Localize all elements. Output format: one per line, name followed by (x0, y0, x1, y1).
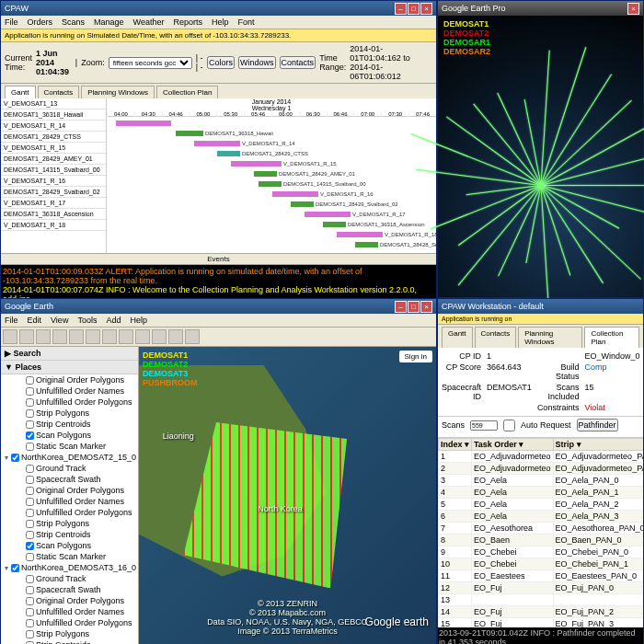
table-row[interactable]: 2EO_AdjuvadormeteoEO_Adjuvadormeteo_PAN_… (439, 463, 644, 475)
menu-orders[interactable]: Orders (28, 17, 53, 27)
table-row[interactable]: 1EO_AdjuvadormeteoEO_Adjuvadormeteo_PAN_… (439, 451, 644, 463)
tab-planning-windows[interactable]: Planning Windows (518, 327, 582, 348)
cpaww-log[interactable]: 2013-09-21T09:01.042Z INFO : Pathfinder … (438, 627, 643, 644)
tree-node[interactable]: Unfulfilled Order Polygons (1, 507, 138, 518)
gantt-bar[interactable] (116, 121, 171, 126)
tab-gantt[interactable]: Gantt (5, 86, 36, 98)
gantt-chart[interactable]: January 2014 Wednesday 1 04:0004:3004:46… (107, 98, 436, 253)
tree-node[interactable]: Scan Polygons (1, 540, 138, 551)
menu-reports[interactable]: Reports (173, 17, 202, 27)
tree-checkbox[interactable] (11, 564, 19, 572)
tree-checkbox[interactable] (26, 608, 34, 616)
gantt-bar[interactable]: DEMOSAT1_28428_Seychelles_02 (355, 242, 378, 247)
menu-help[interactable]: Help (212, 17, 229, 27)
table-row[interactable]: 14EO_FujEO_Fuj_PAN_2377Available2011-09-… (439, 606, 644, 618)
gantt-row[interactable]: V_DEMOSAT1_R_18 (1, 220, 106, 231)
scans-input[interactable] (470, 420, 498, 431)
table-row[interactable]: 15EO_FujEO_Fuj_PAN_3372Available2011-09-… (439, 618, 644, 628)
gantt-bar[interactable]: DEMOSAT1_36318_Hawaii (176, 131, 203, 136)
table-row[interactable]: 5EO_AelaEO_Aela_PAN_2392Available2011-09… (439, 499, 644, 511)
tree-checkbox[interactable] (26, 487, 34, 495)
close-icon[interactable]: × (420, 301, 432, 313)
tree-node[interactable]: Strip Centroids (1, 419, 138, 430)
tab-gantt[interactable]: Gantt (442, 327, 473, 348)
tree-node[interactable]: Unfulfilled Order Names (1, 385, 138, 397)
signin-button[interactable]: Sign in (399, 351, 432, 362)
windows-button[interactable]: Windows (238, 56, 276, 69)
tree-node[interactable]: Ground Track (1, 573, 138, 584)
tree-checkbox[interactable] (26, 509, 34, 517)
gantt-bar[interactable]: DEMOSAT1_28429_CTSS (217, 151, 240, 156)
gantt-bar[interactable]: V_DEMOSAT1_R_14 (194, 141, 240, 146)
search-header[interactable]: ▶ Search (1, 347, 138, 361)
tree-checkbox[interactable] (26, 641, 34, 645)
table-row[interactable]: 7EO_AesothoreaEO_Aesothorea_PAN_0387Avai… (439, 523, 644, 535)
tree-checkbox[interactable] (26, 575, 34, 583)
gantt-bar[interactable]: DEMOSAT1_28429_AMEY_01 (254, 171, 277, 177)
table-row[interactable]: 8EO_BaenEO_Baen_PAN_0216Available2011-09… (439, 535, 644, 546)
tree-node[interactable]: Unfulfilled Order Names (1, 496, 138, 507)
gantt-row[interactable]: DEMOSAT1_28429_Svalbard_02 (1, 187, 106, 198)
menu-weather[interactable]: Weather (133, 17, 165, 27)
tree-checkbox[interactable] (26, 586, 34, 594)
cpaww-titlebar[interactable]: CPAW Workstation - default (438, 299, 643, 314)
tree-checkbox[interactable] (26, 520, 34, 528)
close-icon[interactable]: × (420, 3, 432, 15)
tree-node[interactable]: Spacecraft Swath (1, 474, 138, 485)
tree-checkbox[interactable] (26, 630, 34, 638)
menu-tools[interactable]: Tools (77, 316, 97, 325)
tree-node[interactable]: Unfulfilled Order Polygons (1, 397, 138, 408)
menu-view[interactable]: View (51, 316, 68, 325)
places-header[interactable]: ▼ Places (1, 361, 138, 374)
tree-node[interactable]: Strip Polygons (1, 518, 138, 529)
menu-edit[interactable]: Edit (28, 316, 42, 325)
tree-checkbox[interactable] (26, 542, 34, 550)
toolbar-button[interactable] (52, 329, 67, 344)
gantt-bar[interactable]: V_DEMOSAT1_R_18 (337, 232, 383, 237)
toolbar-button[interactable] (185, 329, 200, 344)
toolbar-button[interactable] (19, 329, 34, 344)
tab-collection-plan[interactable]: Collection Plan (156, 86, 218, 98)
colors-button[interactable]: Colors (207, 56, 235, 69)
menu-scans[interactable]: Scans (62, 17, 85, 27)
gantt-row[interactable]: DEMOSAT1_14315_Svalbard_00 (1, 165, 106, 176)
tree-node[interactable]: ▾NorthKorea_DEMOSAT2_15_0 (1, 452, 138, 463)
tree-checkbox[interactable] (26, 398, 34, 407)
tree-checkbox[interactable] (26, 553, 34, 561)
maximize-icon[interactable]: □ (408, 3, 420, 15)
contacts-button[interactable]: Contacts (280, 56, 316, 69)
tree-checkbox[interactable] (26, 409, 34, 418)
toolbar-button[interactable] (3, 329, 17, 344)
tree-node[interactable]: Original Order Polygons (1, 595, 138, 606)
tree-node[interactable]: Scan Polygons (1, 430, 138, 441)
tree-node[interactable]: Unfulfilled Order Polygons (1, 617, 138, 628)
tree-node[interactable]: Original Order Polygons (1, 485, 138, 496)
gantt-row[interactable]: DEMOSAT1_28429_AMEY_01 (1, 154, 106, 165)
menu-add[interactable]: Add (106, 316, 121, 325)
tree-checkbox[interactable] (26, 619, 34, 627)
tree-checkbox[interactable] (26, 498, 34, 506)
tree-checkbox[interactable] (26, 431, 34, 440)
close-icon[interactable]: × (627, 3, 639, 15)
gantt-row[interactable]: V_DEMOSAT1_R_16 (1, 176, 106, 187)
tree-node[interactable]: Static Scan Marker (1, 551, 138, 562)
tree-node[interactable]: Strip Polygons (1, 628, 138, 639)
toolbar-button[interactable] (102, 329, 117, 344)
tree-node[interactable]: Strip Centroids (1, 639, 138, 644)
tree-checkbox[interactable] (11, 454, 19, 462)
table-row[interactable]: 3EO_AelaEO_Aela_PAN_0382Available2011-09… (439, 475, 644, 487)
gep-globe-view[interactable]: DEMOSAT1DEMOSAT2DEMOSAR1DEMOSAR2 (438, 16, 643, 297)
column-header[interactable]: Index ▾ (439, 439, 472, 451)
gantt-row[interactable]: V_DEMOSAT1_13 (1, 98, 106, 109)
collection-plan-table[interactable]: Index ▾Task Order ▾Strip ▾Score ▾Status … (438, 437, 643, 627)
toolbar-button[interactable] (69, 329, 84, 344)
tree-node[interactable]: Ground Track (1, 463, 138, 474)
tree-node[interactable]: ▾NorthKorea_DEMOSAT3_16_0 (1, 562, 138, 573)
cpaw-titlebar[interactable]: CPAW –□× (1, 1, 436, 16)
gantt-bar[interactable]: DEMOSAT1_14315_Svalbard_00 (259, 181, 282, 187)
tree-node[interactable]: Original Order Polygons (1, 374, 138, 385)
ge-map-view[interactable]: DEMOSAT1DEMOSAT2DEMOSAT3PUSHBROOM North … (139, 347, 436, 644)
table-row[interactable]: 9EO_ChebeiEO_Chebei_PAN_0188Available201… (439, 546, 644, 558)
tree-node[interactable]: Spacecraft Swath (1, 584, 138, 595)
gantt-bar[interactable]: DEMOSAT1_36318_Ascension (323, 222, 346, 227)
